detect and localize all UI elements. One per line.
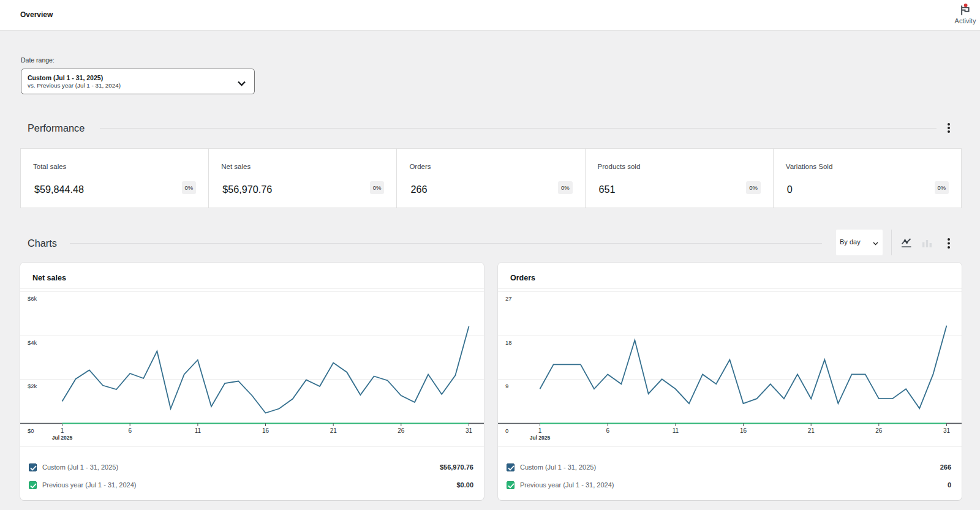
svg-text:16: 16 xyxy=(740,427,747,434)
svg-text:21: 21 xyxy=(330,427,337,434)
svg-text:6: 6 xyxy=(128,427,132,434)
svg-text:31: 31 xyxy=(943,427,951,434)
svg-text:1: 1 xyxy=(538,427,542,434)
svg-text:0: 0 xyxy=(505,427,508,434)
svg-text:$4k: $4k xyxy=(28,339,37,346)
svg-text:Jul 2025: Jul 2025 xyxy=(52,435,73,441)
svg-text:6: 6 xyxy=(606,427,609,434)
svg-text:9: 9 xyxy=(505,383,508,389)
svg-text:$0: $0 xyxy=(28,427,34,434)
svg-text:21: 21 xyxy=(808,427,815,434)
svg-text:$2k: $2k xyxy=(28,383,37,389)
svg-text:Jul 2025: Jul 2025 xyxy=(530,435,551,441)
svg-text:26: 26 xyxy=(398,427,405,434)
svg-text:31: 31 xyxy=(466,427,473,434)
svg-text:18: 18 xyxy=(505,339,512,346)
svg-text:$6k: $6k xyxy=(28,295,37,302)
svg-text:11: 11 xyxy=(673,427,679,434)
svg-text:11: 11 xyxy=(195,427,202,434)
svg-text:16: 16 xyxy=(262,427,270,434)
svg-text:27: 27 xyxy=(505,295,512,302)
svg-text:26: 26 xyxy=(875,427,883,434)
svg-text:1: 1 xyxy=(61,427,64,434)
